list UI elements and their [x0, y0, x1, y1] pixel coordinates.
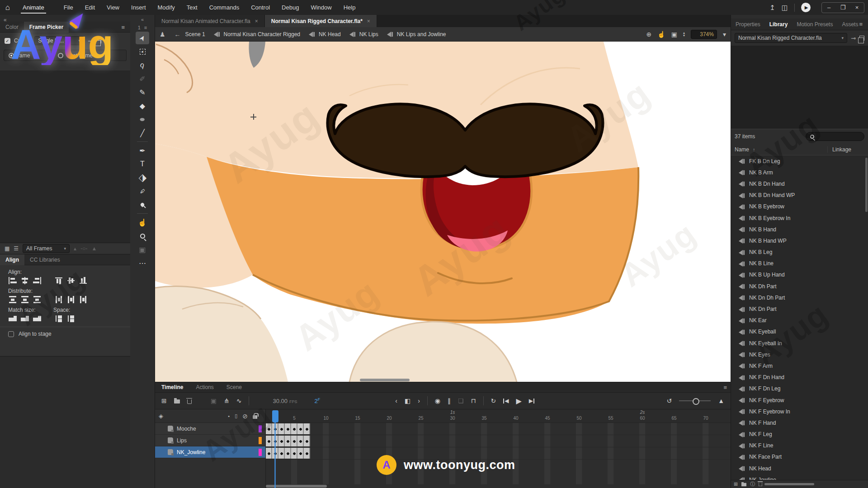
- timeline-tab[interactable]: Actions: [189, 384, 220, 390]
- frames-area[interactable]: 1s2s 510152025303540455055606570: [266, 409, 731, 488]
- delete-symbol-icon[interactable]: [759, 482, 763, 486]
- library-item[interactable]: NK Dn Dh Part: [731, 292, 868, 303]
- asset-warp-tool[interactable]: [136, 198, 149, 211]
- align-right-icon[interactable]: [33, 277, 42, 284]
- align-bottom-icon[interactable]: [79, 277, 88, 284]
- layer-color-swatch[interactable]: [259, 449, 262, 456]
- name-column-header[interactable]: Name ↑: [735, 146, 755, 153]
- timeline-layer-row[interactable]: NK_Jowline: [155, 446, 265, 458]
- timeline-tab[interactable]: Scene: [220, 384, 248, 390]
- clip-content-icon[interactable]: ▣: [671, 31, 677, 38]
- align-to-stage-checkbox[interactable]: [8, 331, 14, 337]
- library-item[interactable]: NK Eyeball: [731, 326, 868, 338]
- library-item[interactable]: NK Face Part: [731, 451, 868, 463]
- timeline-zoom-slider[interactable]: [679, 400, 711, 401]
- restore-button[interactable]: ❐: [836, 4, 850, 11]
- distribute-left-icon[interactable]: [54, 296, 63, 303]
- highlight-column-icon[interactable]: •: [228, 413, 230, 419]
- library-item[interactable]: NK F Eyebrow: [731, 394, 868, 406]
- new-library-panel-icon[interactable]: [859, 36, 864, 41]
- library-vertical-scrollbar[interactable]: [865, 158, 868, 212]
- library-item[interactable]: NK F Line: [731, 440, 868, 451]
- library-item[interactable]: NK Eyes: [731, 349, 868, 360]
- library-item[interactable]: NK Jowline: [731, 474, 868, 480]
- frame-range-dropdown[interactable]: Single Fr... ▾: [34, 36, 84, 45]
- prev-keyframe-icon[interactable]: ‹: [395, 397, 397, 404]
- library-search-input[interactable]: [806, 132, 864, 141]
- library-item[interactable]: NK F Dn Leg: [731, 383, 868, 394]
- minimize-button[interactable]: –: [822, 4, 836, 11]
- breadcrumb-item[interactable]: NK Lips: [349, 31, 378, 38]
- list-view-icon[interactable]: ☰: [14, 245, 19, 252]
- zoom-tool[interactable]: [136, 230, 149, 242]
- match-width-icon[interactable]: [8, 315, 17, 322]
- distribute-middle-icon[interactable]: [20, 296, 29, 303]
- panel-menu-icon[interactable]: ≡: [859, 21, 863, 28]
- graph-editor-icon[interactable]: ∿: [236, 397, 242, 404]
- panel-tab[interactable]: Color: [0, 22, 24, 33]
- space-vertical-icon[interactable]: [54, 315, 63, 322]
- close-tab-icon[interactable]: ×: [367, 18, 370, 24]
- fluid-brush-tool[interactable]: ✐: [136, 72, 149, 85]
- menu-item[interactable]: View: [101, 0, 125, 15]
- library-item[interactable]: NK B Arm: [731, 167, 868, 178]
- oval-tool[interactable]: ●: [136, 113, 149, 126]
- toolbar-drag-handle[interactable]: ≡: [144, 25, 147, 30]
- library-horizontal-scrollbar[interactable]: [764, 483, 814, 485]
- next-keyframe-icon[interactable]: ›: [418, 397, 420, 404]
- timeline-layer-row[interactable]: Lips: [155, 435, 265, 446]
- keyframe-span[interactable]: [266, 448, 310, 459]
- create-keyframe-checkbox[interactable]: ✓: [5, 38, 10, 44]
- fit-timeline-icon[interactable]: ▲: [718, 397, 724, 404]
- timeline-layer-row[interactable]: Mooche: [155, 423, 265, 435]
- layer-frames-row[interactable]: [266, 423, 731, 435]
- outline-column-icon[interactable]: ▯: [235, 413, 237, 419]
- library-item[interactable]: NK B Dn Hand: [731, 178, 868, 189]
- library-item[interactable]: NK B Dn Hand WP: [731, 190, 868, 201]
- camera-tool[interactable]: ▣: [136, 243, 149, 256]
- library-item[interactable]: NK B Hand WP: [731, 235, 868, 246]
- library-item[interactable]: NK Eyeball In: [731, 338, 868, 349]
- match-both-icon[interactable]: [33, 315, 42, 322]
- keyframe-span[interactable]: [266, 436, 310, 446]
- lasso-tool[interactable]: ρ: [136, 59, 149, 71]
- hand-tool[interactable]: ☝: [136, 216, 149, 229]
- classic-brush-tool[interactable]: ✎: [136, 86, 149, 99]
- library-item[interactable]: NK Ear: [731, 315, 868, 326]
- layer-frames-row[interactable]: [266, 436, 731, 447]
- insert-frame-icon[interactable]: ⊓: [471, 397, 476, 404]
- workspace-icon[interactable]: ◫: [782, 4, 788, 12]
- align-center-h-icon[interactable]: [20, 277, 29, 284]
- layer-color-swatch[interactable]: [259, 425, 262, 432]
- breadcrumb-item[interactable]: NK Head: [308, 31, 341, 38]
- align-middle-icon[interactable]: [66, 277, 75, 284]
- linkage-column-header[interactable]: Linkage: [827, 146, 864, 153]
- zoom-level-input[interactable]: 374%: [691, 30, 717, 39]
- canvas-horizontal-scrollbar[interactable]: [360, 379, 410, 381]
- panel-tab[interactable]: Frame Picker: [24, 22, 69, 33]
- library-item[interactable]: NK B Up Hand: [731, 269, 868, 281]
- zoom-dropdown-icon[interactable]: ▾: [723, 31, 726, 38]
- distribute-right-icon[interactable]: [79, 296, 88, 303]
- document-tab[interactable]: Normal Kisan Animated Character.fla ×: [155, 15, 265, 27]
- current-frame-value[interactable]: 2F: [315, 397, 321, 404]
- home-icon[interactable]: ⌂: [0, 3, 15, 12]
- share-icon[interactable]: ↥: [769, 4, 775, 12]
- menu-item[interactable]: Modify: [152, 0, 181, 15]
- library-item[interactable]: FK B Dn Leg: [731, 155, 868, 167]
- layer-frames-row[interactable]: [266, 448, 731, 460]
- close-tab-icon[interactable]: ×: [255, 18, 258, 24]
- edit-multiple-frames-icon[interactable]: ❏: [458, 397, 464, 404]
- test-movie-button[interactable]: ▶: [801, 3, 811, 12]
- collapse-toolbar-icon[interactable]: «: [141, 17, 144, 22]
- panel-tab[interactable]: CC Libraries: [24, 254, 66, 265]
- library-item[interactable]: NK Dn Part: [731, 303, 868, 314]
- camera-icon[interactable]: ▣: [211, 397, 217, 404]
- breadcrumb-item[interactable]: NK Lips and Jowline: [387, 31, 446, 38]
- align-left-icon[interactable]: [8, 277, 17, 284]
- menu-item[interactable]: Help: [338, 0, 362, 15]
- menu-item[interactable]: Debug: [276, 0, 305, 15]
- eraser-tool[interactable]: ◆: [136, 99, 149, 112]
- last-frame-radio[interactable]: [58, 53, 63, 58]
- new-symbol-icon[interactable]: ⊞: [734, 481, 738, 487]
